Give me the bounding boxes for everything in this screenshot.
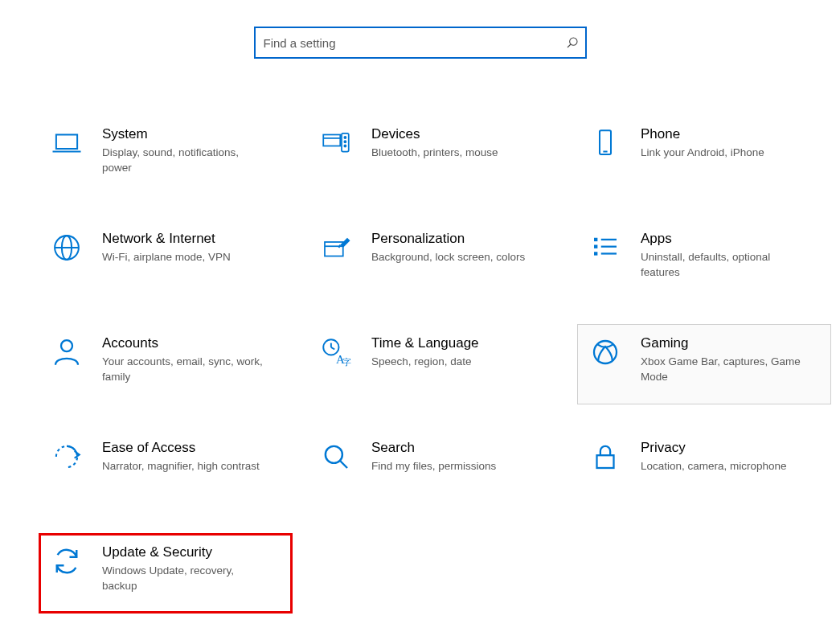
xbox-icon (588, 334, 623, 370)
tile-desc: Location, camera, microphone (641, 458, 801, 474)
tile-system[interactable]: System Display, sound, notifications, po… (39, 115, 293, 195)
tile-search[interactable]: Search Find my files, permissions (308, 429, 562, 509)
magnifier-icon (318, 439, 354, 474)
time-language-icon: A 字 (318, 334, 354, 370)
tile-title: Accounts (102, 334, 284, 352)
tile-title: Privacy (641, 439, 822, 457)
search-box[interactable] (254, 27, 587, 59)
svg-rect-4 (323, 135, 340, 146)
svg-line-17 (339, 245, 341, 248)
paint-icon (318, 230, 354, 265)
tile-apps[interactable]: Apps Uninstall, defaults, optional featu… (577, 220, 831, 300)
svg-line-1 (568, 44, 571, 47)
tile-desc: Windows Update, recovery, backup (102, 563, 263, 593)
tile-personalization[interactable]: Personalization Background, lock screen,… (308, 220, 562, 300)
tile-privacy[interactable]: Privacy Location, camera, microphone (577, 429, 831, 509)
lock-icon (588, 439, 623, 474)
svg-rect-18 (594, 238, 597, 241)
svg-rect-33 (597, 455, 614, 468)
tile-desc: Display, sound, notifications, power (102, 145, 263, 175)
tile-update-security[interactable]: Update & Security Windows Update, recove… (39, 533, 293, 614)
tile-desc: Xbox Game Bar, captures, Game Mode (641, 354, 801, 384)
tile-title: System (102, 125, 284, 143)
svg-point-7 (344, 137, 346, 138)
phone-icon (588, 125, 623, 161)
tile-title: Network & Internet (102, 230, 284, 248)
tile-devices[interactable]: Devices Bluetooth, printers, mouse (308, 115, 562, 195)
svg-rect-2 (56, 135, 77, 150)
tile-desc: Wi-Fi, airplane mode, VPN (102, 249, 263, 265)
person-icon (49, 334, 84, 370)
svg-point-9 (344, 145, 346, 146)
svg-line-32 (340, 461, 347, 468)
settings-grid: System Display, sound, notifications, po… (0, 115, 840, 614)
svg-rect-15 (325, 242, 343, 256)
tile-desc: Uninstall, defaults, optional features (641, 249, 801, 280)
svg-line-27 (331, 347, 334, 350)
tile-desc: Background, lock screen, colors (371, 249, 532, 265)
ease-of-access-icon (49, 439, 84, 474)
tile-desc: Find my files, permissions (371, 458, 532, 474)
tile-title: Personalization (371, 230, 553, 248)
search-input[interactable] (262, 35, 566, 51)
tile-time-language[interactable]: A 字 Time & Language Speech, region, date (308, 324, 562, 404)
svg-point-8 (344, 141, 346, 142)
svg-rect-20 (594, 252, 597, 255)
tile-title: Time & Language (371, 334, 553, 352)
svg-rect-19 (594, 245, 597, 248)
search-container (0, 0, 840, 59)
tile-title: Search (371, 439, 553, 457)
svg-text:字: 字 (342, 357, 351, 367)
tile-desc: Narrator, magnifier, high contrast (102, 458, 263, 474)
search-icon (566, 36, 579, 49)
tile-title: Gaming (641, 334, 822, 352)
tile-desc: Your accounts, email, sync, work, family (102, 354, 263, 384)
globe-icon (49, 230, 84, 265)
tile-network[interactable]: Network & Internet Wi-Fi, airplane mode,… (39, 220, 293, 300)
tile-ease-of-access[interactable]: Ease of Access Narrator, magnifier, high… (39, 429, 293, 509)
tile-title: Update & Security (102, 544, 284, 561)
tile-phone[interactable]: Phone Link your Android, iPhone (577, 115, 831, 195)
tile-title: Phone (641, 125, 822, 143)
tile-desc: Speech, region, date (371, 354, 532, 369)
tile-title: Devices (371, 125, 553, 143)
tile-desc: Bluetooth, printers, mouse (371, 145, 532, 160)
svg-point-31 (326, 446, 342, 463)
devices-icon (318, 125, 354, 161)
tile-title: Apps (641, 230, 822, 248)
laptop-icon (49, 125, 84, 161)
tile-accounts[interactable]: Accounts Your accounts, email, sync, wor… (39, 324, 293, 404)
svg-point-24 (61, 340, 72, 351)
tile-gaming[interactable]: Gaming Xbox Game Bar, captures, Game Mod… (577, 324, 831, 404)
tile-desc: Link your Android, iPhone (641, 145, 801, 160)
tile-title: Ease of Access (102, 439, 284, 457)
apps-list-icon (588, 230, 623, 265)
sync-icon (49, 544, 84, 579)
